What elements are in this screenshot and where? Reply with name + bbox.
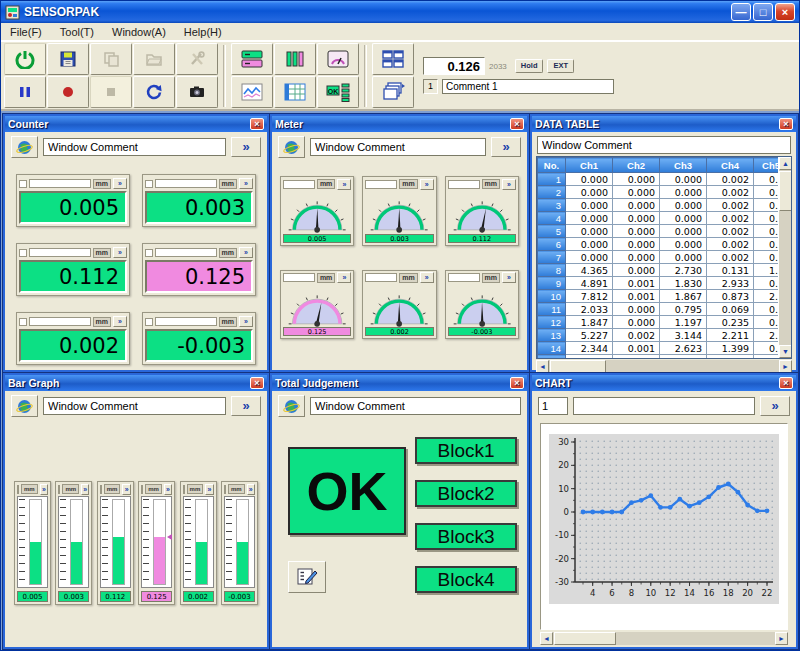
row-number[interactable]: 8 [538, 264, 566, 277]
meter-item-more-button[interactable]: » [502, 272, 516, 283]
chart-more-button[interactable]: » [760, 396, 790, 416]
column-header[interactable]: Ch3 [660, 158, 707, 173]
counter-settings-button[interactable] [11, 136, 38, 158]
counter-titlebar[interactable]: Counter × [5, 116, 267, 132]
bar-item-more-button[interactable]: » [81, 484, 89, 495]
stop-button-disabled[interactable] [90, 76, 132, 108]
chart-close-button[interactable]: × [779, 377, 793, 389]
counter-item-more-button[interactable]: » [239, 247, 253, 258]
show-counter-button[interactable] [231, 43, 273, 75]
table-row[interactable]: 121.8470.0001.1970.2350.0 [538, 316, 789, 329]
counter-item-more-button[interactable]: » [113, 316, 127, 327]
pause-button[interactable] [4, 76, 46, 108]
table-row[interactable]: 135.2270.0023.1442.2112.0 [538, 329, 789, 342]
counter-item-more-button[interactable]: » [239, 316, 253, 327]
meter-item-more-button[interactable]: » [502, 179, 516, 190]
row-number[interactable]: 6 [538, 238, 566, 251]
data-table-comment-input[interactable] [537, 136, 791, 154]
table-row[interactable]: 70.0000.0000.0000.0020.0 [538, 251, 789, 264]
meter-item-more-button[interactable]: » [337, 179, 351, 190]
chart-scroll-thumb[interactable] [554, 632, 616, 645]
judgement-comment-input[interactable] [310, 397, 521, 415]
column-header[interactable]: Ch2 [613, 158, 660, 173]
column-header[interactable]: Ch1 [566, 158, 613, 173]
vertical-scrollbar[interactable]: ▲ ▼ [778, 157, 791, 358]
table-row[interactable]: 40.0000.0000.0000.0020.0 [538, 212, 789, 225]
tile-windows-button[interactable] [372, 43, 414, 75]
chart-scroll-right-button[interactable]: ► [775, 632, 788, 645]
table-row[interactable]: 107.8120.0011.8670.8732.4 [538, 290, 789, 303]
row-number[interactable]: 4 [538, 212, 566, 225]
vertical-scroll-thumb[interactable] [779, 171, 792, 211]
scroll-up-button[interactable]: ▲ [779, 157, 792, 170]
cascade-windows-button[interactable] [372, 76, 414, 108]
meter-item-more-button[interactable]: » [420, 179, 434, 190]
meter-settings-button[interactable] [278, 136, 305, 158]
chart-scroll-left-button[interactable]: ◄ [540, 632, 553, 645]
maximize-button[interactable]: □ [753, 3, 773, 21]
meter-more-button[interactable]: » [491, 137, 521, 157]
row-number[interactable]: 1 [538, 173, 566, 186]
redo-button[interactable] [133, 76, 175, 108]
bar-graph-close-button[interactable]: × [250, 377, 264, 389]
table-row[interactable]: 50.0000.0000.0000.0020.0 [538, 225, 789, 238]
row-number[interactable]: 2 [538, 186, 566, 199]
row-number[interactable]: 5 [538, 225, 566, 238]
show-judgement-button[interactable]: OK [317, 76, 359, 108]
chart-horizontal-scrollbar[interactable]: ◄ ► [540, 632, 788, 645]
menu-file[interactable]: File(F) [1, 25, 51, 39]
ext-button[interactable]: EXT [547, 59, 574, 73]
camera-button[interactable] [176, 76, 218, 108]
hold-button[interactable]: Hold [515, 59, 544, 73]
counter-item-more-button[interactable]: » [239, 178, 253, 189]
counter-more-button[interactable]: » [231, 137, 261, 157]
data-table-close-button[interactable]: × [779, 118, 793, 130]
show-chart-button[interactable] [231, 76, 273, 108]
row-number[interactable]: 13 [538, 329, 566, 342]
menu-tool[interactable]: Tool(T) [51, 25, 103, 39]
counter-item-more-button[interactable]: » [113, 178, 127, 189]
scroll-left-button[interactable]: ◄ [536, 360, 549, 373]
chart-comment-input[interactable] [573, 397, 755, 415]
row-number[interactable]: 9 [538, 277, 566, 290]
row-number[interactable]: 7 [538, 251, 566, 264]
table-row[interactable]: 60.0000.0000.0000.0020.0 [538, 238, 789, 251]
save-button[interactable] [47, 43, 89, 75]
minimize-button[interactable]: — [731, 3, 751, 21]
row-number[interactable]: 10 [538, 290, 566, 303]
bar-item-more-button[interactable]: » [205, 484, 213, 495]
row-number[interactable]: 12 [538, 316, 566, 329]
horizontal-scrollbar[interactable]: ◄ ► [536, 360, 792, 373]
data-table-titlebar[interactable]: DATA TABLE × [532, 116, 796, 132]
bar-graph-more-button[interactable]: » [231, 396, 261, 416]
bar-graph-comment-input[interactable] [43, 397, 226, 415]
table-row[interactable]: 142.3440.0012.6231.3990.0 [538, 342, 789, 355]
bar-item-more-button[interactable]: » [40, 484, 48, 495]
power-button[interactable] [4, 43, 46, 75]
row-number[interactable]: 11 [538, 303, 566, 316]
menu-window[interactable]: Window(A) [103, 25, 175, 39]
judgement-close-button[interactable]: × [510, 377, 524, 389]
channel-selector[interactable]: 1 [423, 79, 438, 94]
table-row[interactable]: 10.0000.0000.0000.0020.0 [538, 173, 789, 186]
table-row[interactable]: 94.8910.0011.8302.9330.8 [538, 277, 789, 290]
toolbar-comment-input[interactable] [442, 79, 614, 94]
table-row[interactable]: 30.0000.0000.0000.0020.0 [538, 199, 789, 212]
column-header[interactable]: No. [538, 158, 566, 173]
scroll-right-button[interactable]: ► [779, 360, 792, 373]
menu-help[interactable]: Help(H) [175, 25, 231, 39]
meter-close-button[interactable]: × [510, 118, 524, 130]
tools-button-disabled[interactable] [176, 43, 218, 75]
copy-button-disabled[interactable] [90, 43, 132, 75]
chart-channel-input[interactable] [538, 397, 568, 415]
meter-titlebar[interactable]: Meter × [272, 116, 527, 132]
judgement-titlebar[interactable]: Total Judgement × [272, 375, 527, 391]
show-meter-button[interactable] [317, 43, 359, 75]
show-bargraph-button[interactable] [274, 43, 316, 75]
table-row[interactable]: 112.0330.0000.7950.0690.0 [538, 303, 789, 316]
bar-graph-titlebar[interactable]: Bar Graph × [5, 375, 267, 391]
table-row[interactable]: 84.3650.0002.7300.1311.0 [538, 264, 789, 277]
judgement-setup-button[interactable] [288, 561, 326, 593]
counter-close-button[interactable]: × [250, 118, 264, 130]
horizontal-scroll-thumb[interactable] [550, 360, 606, 373]
